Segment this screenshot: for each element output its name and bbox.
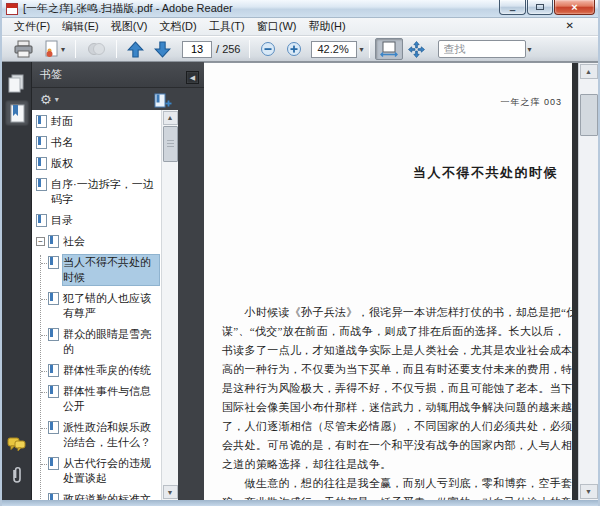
body-line: 会共处。可吊诡的是，有时在一个和平没有战争的国家内部，人与人相处 — [222, 436, 572, 455]
toolbar-separator — [75, 40, 76, 58]
page-total-label: / 256 — [216, 43, 240, 55]
article-title: 当人不得不共处的时候 — [413, 164, 558, 182]
bookmark-label: 封面 — [51, 114, 73, 129]
attachments-tab[interactable] — [5, 462, 29, 488]
menubar-close-icon[interactable]: ✕ — [566, 20, 574, 31]
bookmark-label: 政府道歉的标准文本 — [63, 492, 159, 500]
body-line: 高的一种行为，不仅要为当下买单，而且有时还要支付未来的费用，特别 — [222, 360, 572, 379]
chevron-down-icon: ▾ — [61, 45, 65, 54]
bookmark-item[interactable]: 书名 — [36, 135, 159, 150]
toolbar-separator — [369, 40, 370, 58]
previous-page-button[interactable] — [122, 38, 149, 60]
titlebar[interactable]: [一年之痒].张鸣.扫描版.pdf - Adobe Reader – × — [2, 0, 598, 18]
menu-view[interactable]: 视图(V) — [105, 17, 154, 36]
bookmark-item[interactable]: 自序·一边拆字，一边码字 — [36, 177, 159, 207]
chevron-down-icon[interactable]: ▾ — [528, 45, 532, 54]
bookmark-label: 从古代行会的违规处置谈起 — [63, 456, 159, 486]
toolbar: ▾ / 256 42.2% ▾ ▾ — [2, 36, 598, 62]
body-line: 狼，商业欺诈盛行，干的都是一锤子买卖。做官的，对自己仕途上的竞争 — [222, 493, 572, 500]
bookmarks-tab[interactable] — [5, 100, 29, 126]
page-number-input[interactable] — [182, 41, 212, 58]
zoom-level-field[interactable]: 42.2% — [311, 41, 357, 58]
menu-help[interactable]: 帮助(H) — [302, 17, 351, 36]
page-thumbnails-tab[interactable] — [5, 70, 29, 96]
bookmark-item[interactable]: 群体性事件与信息公开 — [41, 384, 159, 414]
maximize-button[interactable] — [527, 0, 553, 15]
print-button[interactable] — [8, 38, 38, 60]
bookmark-list: 封面 书名 版权 自序·一边拆字，一边码字 — [32, 110, 161, 500]
bookmark-page-icon — [48, 256, 59, 269]
zoom-out-button[interactable] — [255, 38, 281, 60]
toolbar-separator — [249, 40, 250, 58]
scroll-up-icon[interactable]: ▲ — [163, 111, 178, 125]
zoom-in-button[interactable] — [281, 38, 307, 60]
bookmark-page-icon — [48, 328, 59, 341]
pdf-file-icon — [6, 3, 18, 15]
bookmark-label: 派性政治和娱乐政治结合，生什么？ — [63, 420, 159, 450]
nav-strip — [2, 62, 32, 500]
bookmark-item[interactable]: 犯了错的人也应该有尊严 — [41, 291, 159, 321]
collapse-panel-button[interactable]: ◀ — [186, 71, 199, 84]
menu-tools[interactable]: 工具(T) — [203, 17, 251, 36]
share-document-icon — [43, 40, 59, 58]
bookmark-page-icon — [48, 235, 59, 248]
document-scrollbar[interactable]: ▲ ▼ — [578, 63, 598, 500]
bookmark-icon — [9, 104, 25, 123]
bookmark-page-icon — [36, 178, 47, 191]
toolbar-separator — [116, 40, 117, 58]
pdf-page[interactable]: 一年之痒 003 当人不得不共处的时候 小时候读《孙子兵法》，很诧异一本讲怎样打… — [204, 63, 572, 500]
collaborate-button-disabled — [81, 38, 111, 60]
zoom-level-value: 42.2% — [317, 43, 348, 55]
paperclip-icon — [9, 465, 25, 485]
collapse-minus-icon[interactable]: − — [36, 237, 45, 246]
bookmark-item[interactable]: 群众的眼睛是雪亮的 — [41, 327, 159, 357]
menu-window[interactable]: 窗口(W) — [251, 17, 303, 36]
menu-edit[interactable]: 编辑(E) — [56, 17, 105, 36]
find-input[interactable] — [438, 40, 526, 58]
full-screen-button[interactable] — [403, 38, 430, 60]
scroll-down-icon[interactable]: ▼ — [163, 485, 178, 499]
bookmark-page-icon — [36, 136, 47, 149]
minus-circle-icon — [260, 41, 276, 57]
comments-icon — [7, 437, 26, 453]
next-page-button[interactable] — [149, 38, 176, 60]
adobe-reader-window: [一年之痒].张鸣.扫描版.pdf - Adobe Reader – × 文件(… — [0, 0, 600, 506]
body-line: 国际社会像美国小布什那样，迷信武力，动辄用战争解决问题的越来越少 — [222, 398, 572, 417]
bookmarks-panel-body: 封面 书名 版权 自序·一边拆字，一边码字 — [32, 110, 204, 500]
scrollbar-thumb[interactable] — [580, 94, 598, 136]
body-line: 做生意的，想的往往是我全赢，而别人亏到底，零和博弈，空手套白 — [222, 474, 572, 493]
menu-document[interactable]: 文档(D) — [153, 17, 202, 36]
body-line: 了，人们逐渐相信（尽管未必情愿），不同国家的人们必须共处，必须学 — [222, 417, 572, 436]
minimize-button[interactable]: – — [499, 0, 526, 15]
collaborate-icon — [86, 41, 106, 57]
bookmark-item[interactable]: 派性政治和娱乐政治结合，生什么？ — [41, 420, 159, 450]
page-running-header: 一年之痒 003 — [500, 96, 562, 109]
menu-file[interactable]: 文件(F) — [8, 17, 56, 36]
bookmark-item-society[interactable]: − 社会 — [36, 234, 159, 249]
window-title: [一年之痒].张鸣.扫描版.pdf - Adobe Reader — [23, 1, 233, 16]
bookmark-item[interactable]: 目录 — [36, 213, 159, 228]
chevron-down-icon[interactable]: ▾ — [359, 45, 363, 54]
options-gear-icon[interactable]: ⚙ — [40, 93, 52, 106]
comments-tab[interactable] — [5, 432, 29, 458]
fit-width-button[interactable] — [375, 38, 403, 60]
scroll-up-icon[interactable]: ▲ — [580, 64, 598, 79]
bookmark-item[interactable]: 版权 — [36, 156, 159, 171]
panel-title: 书签 — [40, 67, 62, 82]
bookmark-item[interactable]: 政府道歉的标准文本 — [41, 492, 159, 500]
share-button[interactable]: ▾ — [38, 38, 70, 60]
main-area: 书签 ◀ ⚙ ▾ 封面 书名 — [2, 62, 598, 500]
bookmark-item-selected[interactable]: 当人不得不共处的时候 — [41, 255, 159, 285]
scroll-down-icon[interactable]: ▼ — [580, 484, 598, 499]
expand-current-bookmark-button[interactable] — [154, 93, 172, 111]
close-button[interactable]: × — [554, 0, 595, 15]
bookmarks-scrollbar[interactable]: ▲ ▼ — [161, 110, 178, 500]
bookmark-page-icon — [48, 292, 59, 305]
bookmark-item[interactable]: 从古代行会的违规处置谈起 — [41, 456, 159, 486]
bookmark-item[interactable]: 封面 — [36, 114, 159, 129]
bookmark-item[interactable]: 群体性乖戾的传统 — [41, 363, 159, 378]
scrollbar-thumb[interactable] — [163, 126, 178, 162]
arrow-up-icon — [127, 41, 144, 58]
bookmark-page-icon — [36, 157, 47, 170]
body-line: 书读多了一点儿，才知道战争实际上是人类社会，尤其是农业社会成本极 — [222, 341, 572, 360]
